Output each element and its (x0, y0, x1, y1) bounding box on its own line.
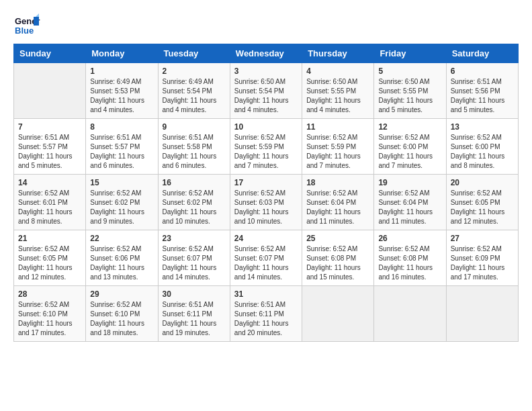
day-number: 31 (234, 289, 298, 299)
day-info: Sunrise: 6:52 AM Sunset: 6:08 PM Dayligh… (306, 244, 369, 282)
calendar-cell: 23Sunrise: 6:52 AM Sunset: 6:07 PM Dayli… (158, 230, 230, 286)
calendar-cell: 4Sunrise: 6:50 AM Sunset: 5:55 PM Daylig… (302, 63, 374, 119)
calendar-cell: 21Sunrise: 6:52 AM Sunset: 6:05 PM Dayli… (14, 230, 86, 286)
day-info: Sunrise: 6:52 AM Sunset: 5:59 PM Dayligh… (306, 133, 369, 171)
calendar-cell: 31Sunrise: 6:51 AM Sunset: 6:11 PM Dayli… (230, 286, 302, 342)
day-number: 1 (90, 66, 153, 76)
calendar-cell: 5Sunrise: 6:50 AM Sunset: 5:55 PM Daylig… (374, 63, 446, 119)
day-info: Sunrise: 6:52 AM Sunset: 6:04 PM Dayligh… (378, 189, 441, 226)
calendar-cell: 10Sunrise: 6:52 AM Sunset: 5:59 PM Dayli… (230, 119, 302, 175)
svg-marker-3 (36, 13, 39, 17)
calendar-cell: 18Sunrise: 6:52 AM Sunset: 6:04 PM Dayli… (302, 175, 374, 230)
calendar-cell: 26Sunrise: 6:52 AM Sunset: 6:08 PM Dayli… (374, 230, 446, 286)
day-info: Sunrise: 6:50 AM Sunset: 5:55 PM Dayligh… (378, 77, 441, 115)
weekday-header: Tuesday (158, 44, 230, 63)
day-info: Sunrise: 6:52 AM Sunset: 6:10 PM Dayligh… (90, 300, 153, 338)
day-info: Sunrise: 6:51 AM Sunset: 5:57 PM Dayligh… (18, 133, 81, 171)
calendar-cell (14, 63, 86, 119)
day-number: 25 (306, 234, 369, 243)
day-info: Sunrise: 6:52 AM Sunset: 6:03 PM Dayligh… (234, 189, 298, 226)
day-number: 11 (306, 122, 369, 132)
day-number: 26 (378, 234, 441, 243)
day-number: 8 (90, 122, 153, 132)
calendar-week-row: 28Sunrise: 6:52 AM Sunset: 6:10 PM Dayli… (14, 286, 519, 342)
calendar-cell: 11Sunrise: 6:52 AM Sunset: 5:59 PM Dayli… (302, 119, 374, 175)
calendar-cell: 14Sunrise: 6:52 AM Sunset: 6:01 PM Dayli… (14, 175, 86, 230)
calendar-cell: 13Sunrise: 6:52 AM Sunset: 6:00 PM Dayli… (446, 119, 518, 175)
calendar-cell: 3Sunrise: 6:50 AM Sunset: 5:54 PM Daylig… (230, 63, 302, 119)
day-info: Sunrise: 6:52 AM Sunset: 6:00 PM Dayligh… (378, 133, 441, 171)
logo-icon: General Blue (13, 13, 40, 37)
calendar-cell: 24Sunrise: 6:52 AM Sunset: 6:07 PM Dayli… (230, 230, 302, 286)
calendar-cell: 17Sunrise: 6:52 AM Sunset: 6:03 PM Dayli… (230, 175, 302, 230)
day-number: 20 (451, 178, 514, 187)
day-info: Sunrise: 6:52 AM Sunset: 6:07 PM Dayligh… (234, 244, 298, 282)
calendar-cell: 30Sunrise: 6:51 AM Sunset: 6:11 PM Dayli… (158, 286, 230, 342)
calendar-cell: 27Sunrise: 6:52 AM Sunset: 6:09 PM Dayli… (446, 230, 518, 286)
calendar-cell: 19Sunrise: 6:52 AM Sunset: 6:04 PM Dayli… (374, 175, 446, 230)
day-number: 12 (378, 122, 441, 132)
day-number: 16 (163, 178, 226, 187)
weekday-header: Wednesday (230, 44, 302, 63)
calendar-cell: 25Sunrise: 6:52 AM Sunset: 6:08 PM Dayli… (302, 230, 374, 286)
day-info: Sunrise: 6:52 AM Sunset: 6:09 PM Dayligh… (451, 244, 514, 282)
day-number: 6 (451, 66, 514, 76)
day-number: 29 (90, 289, 153, 299)
calendar-week-row: 7Sunrise: 6:51 AM Sunset: 5:57 PM Daylig… (14, 119, 519, 175)
day-info: Sunrise: 6:51 AM Sunset: 6:11 PM Dayligh… (234, 300, 298, 338)
day-number: 17 (234, 178, 298, 187)
calendar-week-row: 14Sunrise: 6:52 AM Sunset: 6:01 PM Dayli… (14, 175, 519, 230)
weekday-header: Saturday (446, 44, 518, 63)
day-info: Sunrise: 6:52 AM Sunset: 6:04 PM Dayligh… (306, 189, 369, 226)
day-number: 30 (163, 289, 226, 299)
day-number: 24 (234, 234, 298, 243)
calendar-cell: 28Sunrise: 6:52 AM Sunset: 6:10 PM Dayli… (14, 286, 86, 342)
day-info: Sunrise: 6:50 AM Sunset: 5:55 PM Dayligh… (306, 77, 369, 115)
day-number: 9 (163, 122, 226, 132)
weekday-header: Thursday (302, 44, 374, 63)
day-number: 22 (90, 234, 153, 243)
day-info: Sunrise: 6:51 AM Sunset: 5:56 PM Dayligh… (451, 77, 514, 115)
calendar-cell: 16Sunrise: 6:52 AM Sunset: 6:02 PM Dayli… (158, 175, 230, 230)
day-info: Sunrise: 6:51 AM Sunset: 6:11 PM Dayligh… (163, 300, 226, 338)
svg-marker-2 (34, 17, 39, 26)
day-number: 4 (306, 66, 369, 76)
calendar-table: SundayMondayTuesdayWednesdayThursdayFrid… (13, 44, 519, 342)
day-info: Sunrise: 6:49 AM Sunset: 5:54 PM Dayligh… (163, 77, 226, 115)
calendar-cell: 15Sunrise: 6:52 AM Sunset: 6:02 PM Dayli… (86, 175, 158, 230)
calendar-cell: 29Sunrise: 6:52 AM Sunset: 6:10 PM Dayli… (86, 286, 158, 342)
calendar-week-row: 1Sunrise: 6:49 AM Sunset: 5:53 PM Daylig… (14, 63, 519, 119)
day-info: Sunrise: 6:52 AM Sunset: 6:02 PM Dayligh… (163, 189, 226, 226)
calendar-cell: 7Sunrise: 6:51 AM Sunset: 5:57 PM Daylig… (14, 119, 86, 175)
day-number: 27 (451, 234, 514, 243)
logo: General Blue (13, 13, 43, 37)
day-number: 23 (163, 234, 226, 243)
day-info: Sunrise: 6:52 AM Sunset: 6:02 PM Dayligh… (90, 189, 153, 226)
day-info: Sunrise: 6:52 AM Sunset: 6:07 PM Dayligh… (163, 244, 226, 282)
calendar-cell: 6Sunrise: 6:51 AM Sunset: 5:56 PM Daylig… (446, 63, 518, 119)
day-info: Sunrise: 6:52 AM Sunset: 6:00 PM Dayligh… (451, 133, 514, 171)
calendar-cell: 1Sunrise: 6:49 AM Sunset: 5:53 PM Daylig… (86, 63, 158, 119)
calendar-cell: 20Sunrise: 6:52 AM Sunset: 6:05 PM Dayli… (446, 175, 518, 230)
calendar-cell: 2Sunrise: 6:49 AM Sunset: 5:54 PM Daylig… (158, 63, 230, 119)
weekday-header-row: SundayMondayTuesdayWednesdayThursdayFrid… (14, 44, 519, 63)
calendar-cell: 22Sunrise: 6:52 AM Sunset: 6:06 PM Dayli… (86, 230, 158, 286)
svg-text:Blue: Blue (15, 26, 34, 36)
calendar-cell (446, 286, 518, 342)
day-number: 28 (18, 289, 81, 299)
page-header: General Blue (13, 13, 519, 37)
calendar-cell: 8Sunrise: 6:51 AM Sunset: 5:57 PM Daylig… (86, 119, 158, 175)
weekday-header: Sunday (14, 44, 86, 63)
day-number: 19 (378, 178, 441, 187)
day-info: Sunrise: 6:52 AM Sunset: 6:06 PM Dayligh… (90, 244, 153, 282)
calendar-cell (374, 286, 446, 342)
day-info: Sunrise: 6:52 AM Sunset: 6:10 PM Dayligh… (18, 300, 81, 338)
day-number: 14 (18, 178, 81, 187)
day-number: 3 (234, 66, 298, 76)
day-number: 18 (306, 178, 369, 187)
day-info: Sunrise: 6:51 AM Sunset: 5:57 PM Dayligh… (90, 133, 153, 171)
day-number: 7 (18, 122, 81, 132)
calendar-cell: 9Sunrise: 6:51 AM Sunset: 5:58 PM Daylig… (158, 119, 230, 175)
calendar-cell: 12Sunrise: 6:52 AM Sunset: 6:00 PM Dayli… (374, 119, 446, 175)
day-info: Sunrise: 6:52 AM Sunset: 6:08 PM Dayligh… (378, 244, 441, 282)
